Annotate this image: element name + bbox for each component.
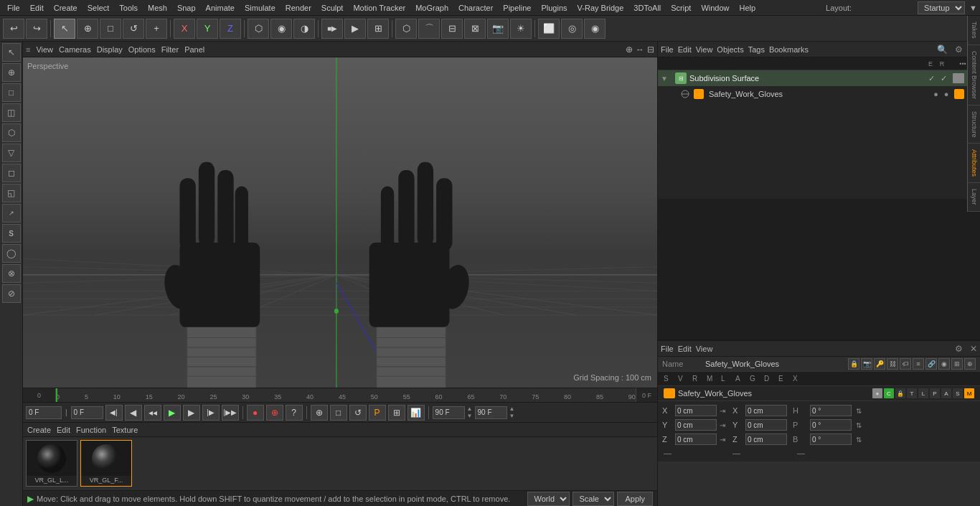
x-axis-btn[interactable]: X: [174, 19, 195, 39]
menu-tools[interactable]: Tools: [115, 2, 142, 14]
end-frame2-down[interactable]: ▼: [509, 413, 515, 419]
coord-y-arrow[interactable]: ⇥: [720, 421, 725, 429]
render-btn[interactable]: ▶: [344, 19, 366, 39]
menu-pipeline[interactable]: Pipeline: [499, 2, 535, 14]
sidebar-icon-13[interactable]: ⊘: [2, 284, 21, 303]
world-select[interactable]: World: [527, 492, 570, 506]
table-row[interactable]: Safety_Work_Gloves ● ● •••: [658, 86, 980, 102]
auto-key-btn[interactable]: ⊕: [266, 405, 283, 421]
render-region-btn[interactable]: ■▶: [321, 19, 343, 39]
menu-file[interactable]: File: [3, 2, 24, 14]
spline-btn[interactable]: ⌒: [418, 19, 440, 39]
cube-btn[interactable]: ⬡: [248, 19, 269, 39]
play-back-btn[interactable]: ◂◂: [144, 405, 161, 421]
menu-character[interactable]: Character: [454, 2, 497, 14]
transform-tool[interactable]: +: [146, 19, 167, 39]
attr-settings-icon[interactable]: ⚙: [955, 344, 963, 354]
coord-b-arrows[interactable]: ⇅: [856, 436, 862, 444]
y-axis-btn[interactable]: Y: [197, 19, 218, 39]
preview-btn[interactable]: P: [369, 405, 386, 421]
menu-3dtoall[interactable]: 3DToAll: [629, 2, 665, 14]
menu-mograph[interactable]: MoGraph: [411, 2, 453, 14]
light-btn[interactable]: ☀: [510, 19, 532, 39]
attr-view-menu[interactable]: View: [696, 345, 713, 353]
coord-h-arrows[interactable]: ⇅: [856, 407, 862, 415]
scale-select[interactable]: Scale: [573, 492, 614, 506]
select-tool[interactable]: ↖: [54, 19, 75, 39]
sidebar-icon-10[interactable]: S: [2, 224, 21, 243]
viewport-menu-toggle[interactable]: ≡: [26, 45, 30, 54]
subdiv-check1[interactable]: ✓: [928, 74, 935, 83]
attr-expand-icon[interactable]: ⊕: [964, 358, 976, 370]
attr-key-icon[interactable]: 🔑: [874, 358, 885, 370]
attr-layers-icon[interactable]: ≡: [913, 358, 924, 370]
status-icon-c[interactable]: C: [884, 388, 894, 398]
sidebar-icon-7[interactable]: ◻: [2, 164, 21, 182]
obj-objects-menu[interactable]: Objects: [717, 45, 743, 54]
deformer-btn[interactable]: ⊠: [464, 19, 486, 39]
end-frame-up[interactable]: ▲: [467, 406, 473, 412]
camera-btn[interactable]: 📷: [487, 19, 509, 39]
scale-tool[interactable]: □: [100, 19, 121, 39]
cube-prim[interactable]: ⬡: [395, 19, 417, 39]
sidebar-icon-6[interactable]: ▽: [2, 144, 21, 162]
bezier-btn[interactable]: ◉: [584, 19, 606, 39]
sidebar-icon-1[interactable]: ↖: [2, 43, 21, 62]
status-icon-mat[interactable]: M: [964, 388, 974, 398]
subdiv-expand[interactable]: ▼: [661, 75, 672, 83]
apply-button[interactable]: Apply: [617, 492, 653, 506]
menu-motion-tracker[interactable]: Motion Tracker: [349, 2, 410, 14]
viewport-icon-settings[interactable]: ⊟: [647, 44, 654, 55]
timeline-area[interactable]: 0 0 5 10 15 20 25 30 35 40 45: [23, 388, 657, 402]
obj-settings-icon[interactable]: ⚙: [955, 44, 963, 55]
goto-end-btn[interactable]: |▶▶: [222, 405, 239, 421]
obj-view-menu[interactable]: View: [696, 45, 713, 54]
sidebar-icon-8[interactable]: ◱: [2, 184, 21, 202]
rotate-tool[interactable]: ↺: [123, 19, 144, 39]
attr-group-icon[interactable]: ⊞: [951, 358, 963, 370]
status-icon-tag2[interactable]: T: [907, 388, 917, 398]
menu-simulate[interactable]: Simulate: [240, 2, 280, 14]
mat-edit-menu[interactable]: Edit: [57, 426, 70, 434]
viewport-display-menu[interactable]: Display: [97, 45, 123, 54]
status-icon-lock2[interactable]: 🔒: [895, 388, 905, 398]
menu-snap[interactable]: Snap: [173, 2, 200, 14]
coord-z-arrow[interactable]: ⇥: [720, 436, 725, 444]
frame-all-btn[interactable]: ↺: [349, 405, 367, 421]
attr-edit-menu[interactable]: Edit: [678, 345, 692, 353]
obj-edit-menu[interactable]: Edit: [678, 45, 692, 54]
current-frame-input[interactable]: [71, 406, 103, 419]
viewport-panel-menu[interactable]: Panel: [184, 45, 204, 54]
attr-lock-icon[interactable]: 🔒: [848, 358, 859, 370]
tab-structure[interactable]: Structure: [967, 106, 980, 144]
gloves-eye1[interactable]: ●: [933, 90, 938, 98]
end-frame2-input[interactable]: [475, 406, 507, 419]
viewport-3d[interactable]: Perspective: [23, 57, 657, 388]
menu-create[interactable]: Create: [50, 2, 82, 14]
attr-link-icon[interactable]: 🔗: [925, 358, 937, 370]
menu-select[interactable]: Select: [83, 2, 114, 14]
coord-x2-input[interactable]: [745, 405, 787, 416]
nurbs-btn[interactable]: ◉: [270, 19, 292, 39]
key-btn[interactable]: ?: [286, 405, 303, 421]
menu-edit[interactable]: Edit: [26, 2, 48, 14]
viewport-icon-cam[interactable]: ↔: [636, 44, 644, 55]
gloves-eye2[interactable]: ●: [944, 90, 949, 98]
end-frame-input[interactable]: [433, 406, 465, 419]
tab-attributes[interactable]: Attributes: [967, 144, 980, 183]
layout-select[interactable]: Startup: [918, 1, 965, 14]
move-tool[interactable]: ⊕: [77, 19, 98, 39]
mat-function-menu[interactable]: Function: [76, 426, 106, 434]
viewport-icon-lock[interactable]: ⊕: [626, 44, 633, 55]
coord-x-input[interactable]: [675, 405, 717, 416]
schematic-btn[interactable]: ⊞: [388, 405, 405, 421]
coord-b-input[interactable]: [810, 434, 852, 445]
redo-btn[interactable]: ↪: [26, 19, 47, 39]
status-icon-sel[interactable]: S: [953, 388, 963, 398]
material-btn[interactable]: ◎: [561, 19, 583, 39]
tab-content-browser[interactable]: Content Browser: [967, 45, 980, 106]
menu-vray[interactable]: V-Ray Bridge: [573, 2, 628, 14]
floor-btn[interactable]: ⬜: [538, 19, 560, 39]
sidebar-icon-12[interactable]: ⊗: [2, 264, 21, 283]
status-icon-eye[interactable]: ●: [872, 388, 882, 398]
